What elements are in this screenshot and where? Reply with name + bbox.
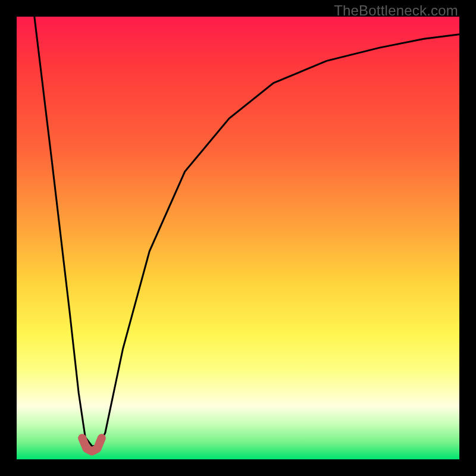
watermark-text: TheBottleneck.com: [334, 2, 458, 19]
curves-layer: [17, 17, 459, 459]
main-curve: [35, 17, 459, 446]
chart-frame: TheBottleneck.com: [0, 0, 476, 476]
plot-area: [17, 17, 459, 459]
